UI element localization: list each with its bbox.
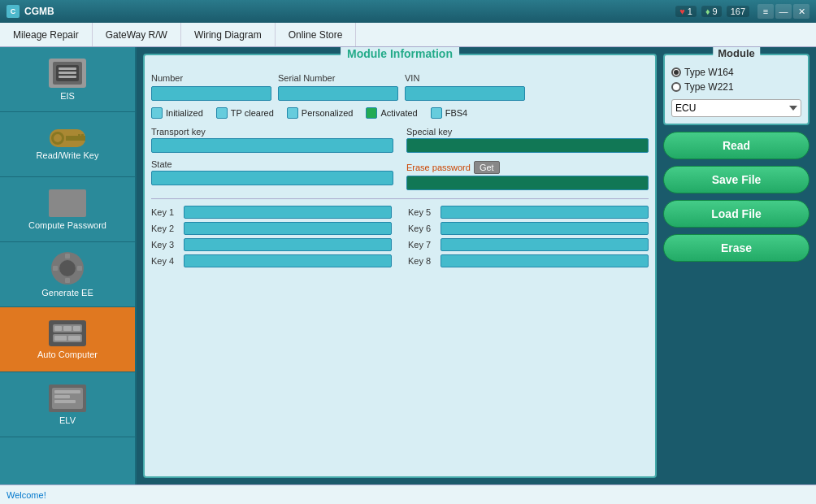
load-file-button[interactable]: Load File (663, 200, 809, 228)
key3-input[interactable] (184, 238, 392, 251)
transport-col: Transport key (151, 127, 393, 154)
key-icon (50, 129, 85, 147)
key6-input[interactable] (441, 222, 649, 235)
initialized-label: Initialized (166, 108, 203, 118)
sidebar-item-compute-password[interactable]: Compute Password (0, 177, 135, 242)
state-input[interactable] (151, 171, 393, 185)
minimize-button[interactable]: — (775, 4, 792, 19)
sidebar-auto-label: Auto Computer (37, 350, 98, 359)
diamond-count: 9 (713, 7, 718, 16)
fbs4-label: FBS4 (445, 108, 468, 118)
w221-radio-circle (671, 82, 681, 92)
read-button[interactable]: Read (663, 132, 809, 159)
key2-input[interactable] (184, 222, 392, 235)
w221-label: Type W221 (684, 81, 734, 93)
special-key-label: Special key (406, 127, 649, 137)
module-type-box: Module Type W164 Type W221 ECU EIS ELV (663, 54, 809, 125)
key1-input[interactable] (184, 206, 392, 219)
checkboxes-row: Initialized TP cleared Personalized Acti… (151, 107, 649, 119)
key-row-7: Key 7 (408, 238, 649, 251)
number-input[interactable] (151, 86, 271, 101)
w164-radio-circle (671, 67, 681, 77)
menu-gateway-rw[interactable]: GateWay R/W (93, 23, 181, 46)
state-row-container: State Erase password Get (151, 159, 649, 192)
close-button[interactable]: ✕ (793, 4, 809, 19)
activated-label: Activated (380, 108, 417, 118)
key8-input[interactable] (441, 254, 649, 267)
key5-input[interactable] (441, 206, 649, 219)
menu-wiring-diagram[interactable]: Wiring Diagram (181, 23, 276, 46)
sidebar-item-eis[interactable]: EIS (0, 47, 135, 112)
module-panel: Module Type W164 Type W221 ECU EIS ELV R… (663, 54, 809, 478)
diamond-icon: ♦ (705, 7, 710, 16)
stat-diamonds: ♦ 9 (701, 6, 722, 17)
key-row-3: Key 3 (151, 238, 392, 251)
module-type-dropdown[interactable]: ECU EIS ELV (671, 99, 801, 117)
menu-bar: Mileage Repair GateWay R/W Wiring Diagra… (0, 23, 816, 47)
sidebar-item-auto-computer[interactable]: Auto Computer (0, 307, 135, 372)
divider (151, 198, 649, 199)
checkbox-activated[interactable]: Activated (366, 107, 417, 119)
state-col: State (151, 159, 393, 192)
tp-cleared-checkbox-box (216, 107, 228, 119)
menu-online-store[interactable]: Online Store (276, 23, 357, 46)
transport-key-label: Transport key (151, 127, 393, 137)
checkbox-initialized[interactable]: Initialized (151, 107, 203, 119)
title-stats: ♥ 1 ♦ 9 167 (675, 6, 749, 17)
special-key-input[interactable] (406, 138, 649, 153)
number-label: Number (151, 73, 271, 83)
key1-label: Key 1 (151, 207, 180, 217)
serial-input[interactable] (278, 86, 398, 101)
transport-special-row: Transport key Special key (151, 127, 649, 154)
app-title: CGMB (24, 6, 675, 17)
vin-group: VIN (405, 73, 525, 101)
sidebar-item-elv[interactable]: ELV (0, 372, 135, 437)
checkbox-fbs4[interactable]: FBS4 (431, 107, 468, 119)
sidebar-item-generate-ee[interactable]: Generate EE (0, 242, 135, 307)
checkbox-tp-cleared[interactable]: TP cleared (216, 107, 274, 119)
key6-label: Key 6 (408, 224, 437, 233)
initialized-checkbox-box (151, 107, 163, 119)
erase-button[interactable]: Erase (663, 234, 809, 262)
key3-label: Key 3 (151, 240, 180, 250)
window-controls[interactable]: ≡ — ✕ (757, 4, 809, 19)
radio-type-w164[interactable]: Type W164 (671, 67, 801, 78)
key-row-2: Key 2 (151, 222, 392, 235)
key-row-6: Key 6 (408, 222, 649, 235)
eis-icon (49, 59, 86, 88)
fbs4-checkbox-box (431, 107, 442, 119)
key2-label: Key 2 (151, 224, 180, 233)
key-row-1: Key 1 (151, 206, 392, 219)
state-label: State (151, 159, 393, 169)
key4-input[interactable] (184, 254, 392, 267)
erase-password-text: Erase password (406, 163, 471, 172)
save-file-button[interactable]: Save File (663, 166, 809, 193)
transport-key-input[interactable] (151, 138, 393, 153)
key8-label: Key 8 (408, 256, 437, 266)
stat-num-value: 167 (731, 7, 745, 16)
menu-button[interactable]: ≡ (757, 4, 774, 19)
radio-type-w221[interactable]: Type W221 (671, 81, 801, 93)
sidebar-key-label: Read/Write Key (37, 150, 99, 160)
key7-input[interactable] (441, 238, 649, 251)
erase-password-row: Erase password Get (406, 161, 649, 174)
erase-value-input[interactable] (406, 176, 649, 190)
status-bar: Welcome! (0, 484, 816, 504)
sidebar-item-read-write-key[interactable]: Read/Write Key (0, 112, 135, 177)
generate-icon (51, 252, 84, 285)
title-bar: C CGMB ♥ 1 ♦ 9 167 ≡ — ✕ (0, 0, 816, 23)
compute-icon (49, 189, 86, 217)
key-row-8: Key 8 (408, 254, 649, 267)
vin-input[interactable] (405, 86, 525, 101)
checkbox-personalized[interactable]: Personalized (287, 107, 354, 119)
top-fields-row: Number Serial Number VIN (151, 73, 649, 101)
app-icon: C (7, 5, 20, 18)
vin-label: VIN (405, 73, 525, 83)
heart-icon: ♥ (679, 7, 685, 16)
module-info-panel: Module Information Number Serial Number … (143, 54, 657, 478)
menu-mileage-repair[interactable]: Mileage Repair (0, 23, 93, 46)
elv-icon (49, 385, 86, 412)
sidebar: EIS Read/Write Key (0, 47, 137, 484)
auto-computer-icon (49, 320, 86, 346)
get-button[interactable]: Get (474, 161, 500, 174)
